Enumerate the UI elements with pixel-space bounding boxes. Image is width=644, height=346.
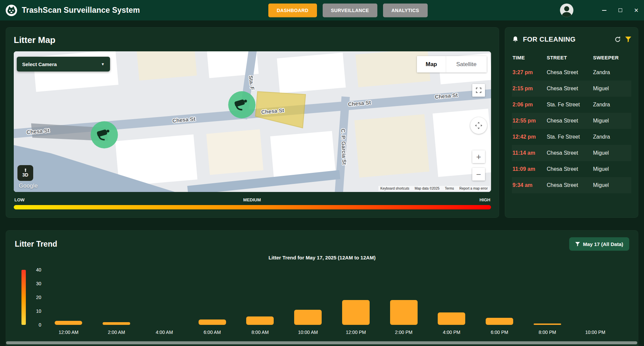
cleaning-street: Sta. Fe Street [547, 102, 593, 108]
chart-bar-group: 6:00 AM [188, 270, 236, 325]
nav-surveillance-button[interactable]: SURVEILLANCE [323, 3, 377, 17]
zoom-out-button[interactable]: − [472, 168, 485, 181]
chart-bar-group: 12:00 PM [332, 270, 380, 325]
minimize-button[interactable] [601, 7, 607, 13]
cleaning-sweeper: Miguel [593, 150, 631, 156]
camera-marker[interactable] [228, 91, 255, 118]
chart-bar-group: 6:00 PM [476, 270, 524, 325]
cleaning-row: 12:42 pmSta. Fe StreetZandra [512, 129, 631, 145]
density-gradient-bar [14, 205, 491, 209]
cleaning-time: 12:42 pm [513, 134, 547, 140]
map-canvas[interactable]: Chesa St Chesa St Chesa St Chesa St Ches… [14, 51, 491, 192]
cleaning-row: 12:55 pmChesa StreetMiguel [512, 113, 631, 129]
window-controls: × [601, 0, 639, 20]
bell-icon [512, 36, 519, 43]
chart-bar-group: 4:00 PM [428, 270, 476, 325]
nav-analytics-button[interactable]: ANALYTICS [383, 3, 427, 17]
cleaning-row: 9:34 amChesa StreetMiguel [512, 177, 631, 193]
map-attribution: Keyboard shortcuts Map data ©2025 Terms … [378, 186, 490, 191]
x-axis-label: 8:00 PM [524, 330, 572, 335]
nav-dashboard-button[interactable]: DASHBOARD [268, 3, 317, 17]
main-nav: DASHBOARD SURVEILLANCE ANALYTICS [268, 3, 428, 17]
map-data-copyright: Map data ©2025 [415, 187, 439, 190]
terms-link[interactable]: Terms [445, 187, 454, 190]
chart-bar-group: 12:00 AM [45, 270, 93, 325]
for-cleaning-title: FOR CLEANING [523, 36, 610, 43]
cleaning-sweeper: Zandra [593, 69, 631, 76]
litter-trend-chart: 010203040 12:00 AM2:00 AM4:00 AM6:00 AM8… [15, 270, 629, 340]
x-axis-label: 12:00 AM [45, 330, 93, 335]
chart-bar-group: 2:00 PM [380, 270, 428, 325]
cleaning-street: Chesa Street [547, 182, 593, 188]
report-map-error-link[interactable]: Report a map error [460, 187, 488, 190]
legend-high-label: HIGH [479, 197, 490, 202]
cleaning-street: Chesa Street [547, 118, 593, 124]
filter-funnel-icon [625, 37, 631, 42]
main-content: Litter Map [0, 20, 644, 346]
map-3d-button[interactable]: 3D [17, 165, 33, 181]
cleaning-time: 12:55 pm [513, 118, 547, 124]
cleaning-sweeper: Miguel [593, 182, 631, 188]
cleaning-sweeper: Miguel [593, 86, 631, 92]
satellite-view-button[interactable]: Satellite [446, 56, 487, 72]
chart-bar-group: 4:00 AM [141, 270, 189, 325]
app-title: TrashScan Surveillance System [22, 6, 140, 15]
fullscreen-button[interactable] [472, 84, 485, 97]
horizontal-scrollbar[interactable] [6, 341, 637, 344]
chart-bar [55, 321, 82, 325]
zoom-in-button[interactable]: + [472, 150, 485, 163]
user-avatar-button[interactable] [559, 3, 574, 17]
chart-bar [294, 310, 322, 325]
litter-map-panel: Litter Map [6, 27, 499, 218]
x-axis-label: 4:00 PM [428, 330, 476, 335]
google-logo[interactable]: Google [19, 183, 38, 189]
pan-control[interactable] [470, 117, 487, 134]
minimize-icon [602, 10, 606, 11]
map-3d-label: 3D [22, 172, 29, 178]
filter-funnel-icon [575, 242, 580, 246]
cleaning-sweeper: Miguel [593, 118, 631, 124]
select-camera-dropdown[interactable]: Select Camera ▼ [17, 57, 110, 71]
keyboard-shortcuts-link[interactable]: Keyboard shortcuts [380, 187, 409, 190]
maximize-button[interactable] [617, 7, 623, 13]
refresh-button[interactable] [614, 36, 621, 43]
x-axis-label: 4:00 AM [141, 330, 189, 335]
trend-date-filter-button[interactable]: May 17 (All Data) [569, 237, 629, 251]
legend-medium-label: MEDIUM [243, 197, 261, 202]
x-axis-label: 10:00 PM [571, 330, 619, 335]
camera-marker[interactable] [91, 121, 118, 148]
title-bar: TrashScan Surveillance System DASHBOARD … [0, 0, 644, 20]
x-axis-label: 2:00 PM [380, 330, 428, 335]
refresh-icon [614, 36, 621, 43]
cleaning-row: 2:15 pmChesa StreetMiguel [512, 81, 631, 97]
cleaning-row: 11:09 amChesa StreetMiguel [512, 161, 631, 177]
select-camera-label: Select Camera [22, 61, 57, 67]
chevron-down-icon: ▼ [101, 62, 105, 66]
cleaning-row: 11:14 amChesa StreetMiguel [512, 145, 631, 161]
y-axis-label: 40 [36, 267, 41, 273]
legend-low-label: LOW [14, 197, 24, 202]
chart-bar [246, 316, 274, 325]
y-axis: 010203040 [30, 270, 45, 325]
x-axis-label: 10:00 AM [284, 330, 332, 335]
y-axis-label: 20 [36, 295, 41, 300]
cleaning-row: 3:27 pmChesa StreetZandra [512, 64, 631, 81]
chart-bar [438, 312, 465, 325]
chart-bar-group: 10:00 AM [284, 270, 332, 325]
x-axis-label: 6:00 PM [476, 330, 524, 335]
cleaning-time: 11:14 am [513, 150, 547, 156]
chart-title: Litter Trend for May 17, 2025 (12AM to 1… [15, 255, 629, 260]
map-view-button[interactable]: Map [417, 56, 446, 72]
filter-button[interactable] [625, 37, 631, 42]
close-button[interactable]: × [633, 7, 639, 13]
maximize-icon [619, 8, 622, 12]
column-time: TIME [513, 55, 547, 60]
cleaning-sweeper: Zandra [593, 134, 631, 140]
cleaning-table-body: 3:27 pmChesa StreetZandra2:15 pmChesa St… [512, 64, 631, 193]
trend-date-filter-label: May 17 (All Data) [583, 241, 623, 247]
x-axis-label: 8:00 AM [236, 330, 284, 335]
chart-bar-group: 8:00 PM [524, 270, 572, 325]
litter-trend-panel: Litter Trend May 17 (All Data) Litter Tr… [6, 230, 638, 346]
y-axis-label: 10 [36, 308, 41, 314]
pan-arrows-icon [474, 121, 483, 130]
